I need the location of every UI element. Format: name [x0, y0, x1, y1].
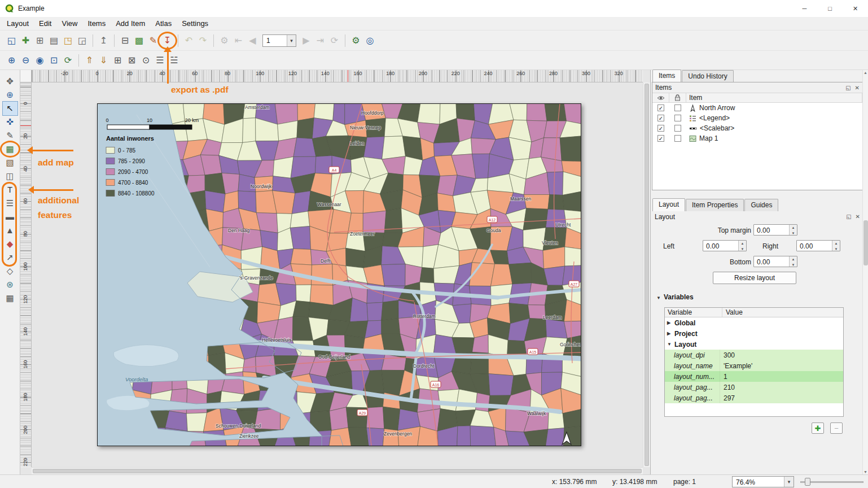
save-layout-icon[interactable]: ◱ — [5, 33, 19, 48]
zoom-in-icon[interactable]: ⊕ — [5, 53, 19, 68]
add-html-icon[interactable]: ⊛ — [3, 278, 17, 291]
variable-row[interactable]: layout_dpi300 — [665, 350, 843, 360]
zoom-actual-icon[interactable]: ◉ — [33, 53, 47, 68]
export-image-icon[interactable]: ▩ — [132, 33, 146, 48]
spin-arrows-icon[interactable] — [738, 241, 746, 251]
menu-atlas[interactable]: Atlas — [150, 18, 177, 29]
top-margin-spinbox[interactable]: 0.00 — [753, 224, 797, 236]
menu-layout[interactable]: Layout — [2, 18, 34, 29]
close-panel-icon[interactable] — [856, 213, 860, 220]
zoom-full-icon[interactable]: ⊡ — [47, 53, 61, 68]
props-tab-layout[interactable]: Layout — [652, 198, 685, 211]
maximize-button[interactable]: □ — [817, 0, 843, 17]
item-row[interactable]: Map 1 — [652, 133, 862, 143]
right-margin-spinbox[interactable]: 0.00 — [796, 240, 840, 251]
edit-nodes-icon[interactable]: ✎ — [3, 129, 17, 142]
atlas-page-combo[interactable]: 1 — [262, 34, 296, 47]
menu-view[interactable]: View — [56, 18, 82, 29]
minimize-button[interactable]: ─ — [792, 0, 817, 17]
variables-section-header[interactable]: Variables — [656, 293, 694, 301]
dropdown-caret-icon[interactable] — [784, 477, 794, 487]
collapse-icon[interactable] — [656, 293, 661, 301]
unlock-items-icon[interactable]: ⊙ — [139, 53, 153, 68]
item-row[interactable]: <Scalebar> — [652, 123, 862, 133]
add-variable-button[interactable]: ✚ — [812, 422, 824, 434]
lock-checkbox[interactable] — [674, 135, 681, 142]
pan-tool-icon[interactable]: ✥ — [3, 75, 17, 88]
spin-arrows-icon[interactable] — [832, 241, 840, 251]
item-row[interactable]: North Arrow — [652, 103, 862, 113]
zoom-slider[interactable] — [800, 477, 863, 486]
variable-row[interactable]: ▼Layout — [665, 339, 843, 350]
zoom-slider-handle[interactable] — [805, 478, 810, 486]
visibility-checkbox[interactable] — [657, 125, 664, 132]
props-tab-item-properties[interactable]: Item Properties — [686, 199, 744, 211]
props-tab-guides[interactable]: Guides — [744, 199, 778, 211]
left-margin-spinbox[interactable]: 0.00 — [703, 240, 747, 251]
variable-row[interactable]: ▶Global — [665, 317, 843, 328]
left-margin-value[interactable]: 0.00 — [703, 241, 738, 251]
menu-edit[interactable]: Edit — [34, 18, 56, 29]
save-as-icon[interactable]: ◲ — [75, 33, 89, 48]
scrollbar-thumb[interactable] — [33, 469, 642, 473]
atlas-page-value[interactable]: 1 — [263, 35, 287, 46]
lock-checkbox[interactable] — [674, 104, 681, 111]
layout-canvas[interactable]: -200204060801001201401601802002202402602… — [20, 70, 650, 474]
lower-items-icon[interactable]: ⇓ — [97, 53, 111, 68]
map-item[interactable]: A4A12A27A15A16A29AmsterdamHoofddorpNieuw… — [97, 103, 581, 446]
variable-row[interactable]: layout_pag...297 — [665, 393, 843, 403]
panel-tab-undo-history[interactable]: Undo History — [682, 70, 733, 82]
canvas-vscrollbar[interactable] — [643, 82, 650, 467]
atlas-export-icon[interactable]: ⚙ — [349, 33, 363, 48]
save-template-icon[interactable]: ↥ — [97, 33, 111, 48]
canvas-hscrollbar[interactable] — [32, 467, 643, 474]
variable-row[interactable]: ▶Project — [665, 328, 843, 339]
open-layout-icon[interactable]: ◳ — [61, 33, 75, 48]
visibility-checkbox[interactable] — [657, 135, 664, 142]
menu-items[interactable]: Items — [82, 18, 111, 29]
layout-manager-icon[interactable]: ▤ — [47, 33, 61, 48]
dropdown-caret-icon[interactable] — [287, 35, 296, 46]
group-items-icon[interactable]: ⊞ — [111, 53, 125, 68]
add-map-icon[interactable]: ▦ — [3, 142, 17, 156]
bottom-margin-value[interactable]: 0.00 — [754, 256, 789, 267]
new-layout-icon[interactable]: ✚ — [19, 33, 33, 48]
export-pdf-icon[interactable]: ↧ — [160, 33, 174, 48]
right-margin-value[interactable]: 0.00 — [797, 241, 832, 251]
spin-arrows-icon[interactable] — [789, 225, 797, 235]
export-svg-icon[interactable]: ✎ — [146, 33, 160, 48]
print-icon[interactable]: ⊟ — [118, 33, 132, 48]
item-row[interactable]: <Legend> — [652, 113, 862, 123]
refresh-view-icon[interactable]: ⟳ — [61, 53, 75, 68]
variable-row[interactable]: layout_num...1 — [665, 371, 843, 382]
expand-icon[interactable]: ▶ — [667, 331, 672, 336]
variable-row[interactable]: layout_pag...210 — [665, 382, 843, 393]
undock-panel-icon[interactable] — [845, 85, 851, 91]
visibility-checkbox[interactable] — [657, 104, 664, 111]
add-picture-icon[interactable]: ▧ — [3, 156, 17, 169]
resize-layout-button[interactable]: Resize layout — [713, 272, 796, 284]
align-items-icon[interactable]: ☰ — [153, 53, 167, 68]
menu-add-item[interactable]: Add Item — [111, 18, 150, 29]
spin-arrows-icon[interactable] — [789, 256, 797, 267]
expand-icon[interactable]: ▶ — [667, 320, 672, 325]
raise-items-icon[interactable]: ⇑ — [82, 53, 97, 68]
scrollbar-thumb[interactable] — [863, 220, 868, 265]
visibility-checkbox[interactable] — [657, 115, 664, 121]
close-button[interactable]: ✕ — [843, 0, 868, 17]
distribute-items-icon[interactable]: ☱ — [167, 53, 181, 68]
lock-checkbox[interactable] — [674, 115, 681, 121]
panel-tab-items[interactable]: Items — [652, 69, 681, 82]
select-move-item-icon[interactable]: ↖ — [3, 102, 17, 115]
add-attribute-table-icon[interactable]: ▦ — [3, 291, 17, 305]
zoom-out-icon[interactable]: ⊖ — [19, 53, 33, 68]
move-content-icon[interactable]: ✜ — [3, 115, 17, 129]
collapse-icon[interactable]: ▼ — [667, 342, 672, 347]
zoom-tool-icon[interactable]: ⊕ — [3, 88, 17, 102]
zoom-combo[interactable]: 76.4% — [732, 476, 794, 487]
top-margin-value[interactable]: 0.00 — [754, 225, 789, 235]
layout-page[interactable]: A4A12A27A15A16A29AmsterdamHoofddorpNieuw… — [97, 103, 581, 446]
bottom-margin-spinbox[interactable]: 0.00 — [753, 256, 797, 267]
menu-settings[interactable]: Settings — [177, 18, 213, 29]
lock-items-icon[interactable]: ⊠ — [125, 53, 139, 68]
